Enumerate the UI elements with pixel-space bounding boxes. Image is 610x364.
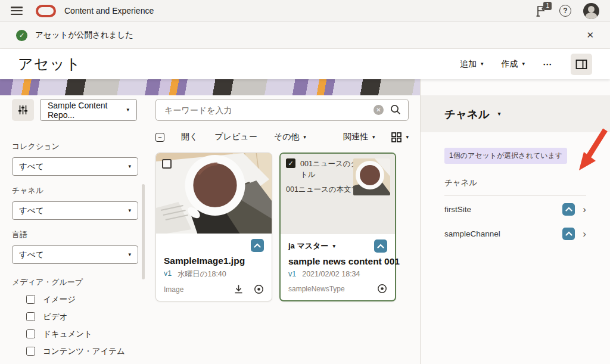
language-filter-label: 言語 [12,229,148,240]
published-icon[interactable] [374,239,387,253]
caret-down-icon: ▾ [303,135,306,140]
select-all-checkbox[interactable]: − [155,133,164,142]
search-input[interactable] [155,99,409,121]
asset-type: sampleNewsType [288,285,345,293]
avatar[interactable] [583,3,599,19]
asset-version: v1 [164,269,172,279]
preview-button[interactable]: プレビュー [214,132,257,142]
oracle-logo [36,5,56,17]
published-icon[interactable] [251,239,264,252]
add-button[interactable]: 追加 ▾ [460,59,484,70]
caret-down-icon: ▾ [126,107,129,113]
app-title: Content and Experience [64,6,154,15]
card-checkbox[interactable] [162,159,172,169]
caret-down-icon: ▾ [481,61,484,67]
filters-sidebar: Sample Content Repo... ▾ コレクション すべて ▾ チャ… [0,79,148,364]
repository-select[interactable]: Sample Content Repo... ▾ [40,99,137,121]
selection-count-badge: 1個のアセットが選択されています [444,148,567,164]
side-panel-toggle-button[interactable] [571,54,592,75]
toast-message: アセットが公開されました [35,30,133,41]
announcements-button[interactable]: 1 [534,4,547,17]
assets-main: ✕ − 開く プレビュー その他 ▾ 関連性 ▾ [148,79,420,364]
preview-eye-icon[interactable] [377,284,387,294]
asset-type: Image [164,285,183,294]
sliders-icon [18,105,28,115]
asset-card-sample-news[interactable]: ✓ 001ニュースのタイトル 001ニュースの本文です [279,153,396,301]
published-icon[interactable] [562,203,575,216]
create-button[interactable]: 作成 ▾ [501,59,525,70]
media-option-image[interactable]: イメージ [26,294,148,305]
sort-select[interactable]: 関連性 ▾ [343,132,375,142]
channel-row-firstsite[interactable]: firstSite › [444,197,586,221]
caret-down-icon: ▾ [522,61,525,67]
panel-header: チャネル ▾ [421,95,610,132]
content-area: Sample Content Repo... ▾ コレクション すべて ▾ チャ… [0,79,610,364]
page-title: アセット [18,54,81,74]
caret-down-icon: ▾ [128,252,131,257]
more-actions-button[interactable]: ⋯ [543,59,553,70]
asset-card-sampleimage1[interactable]: SampleImage1.jpg v1 水曜日の18:40 Image [155,153,272,301]
checkbox[interactable] [26,312,35,321]
language-select[interactable]: すべて ▾ [12,245,138,264]
success-check-icon: ✓ [16,30,27,41]
menu-icon[interactable] [11,7,23,15]
asset-version: v1 [288,270,296,278]
media-group-label: メディア・グループ [12,277,148,288]
caret-down-icon: ▾ [128,164,131,169]
asset-title: SampleImage1.jpg [164,256,264,266]
collection-select[interactable]: すべて ▾ [12,157,138,176]
media-option-video[interactable]: ビデオ [26,311,148,322]
app-window: Content and Experience 1 ? ✓ アセットが公開されまし… [0,0,610,364]
asset-date: 2021/02/02 18:34 [302,270,360,278]
channel-select[interactable]: すべて ▾ [12,201,138,220]
checkbox[interactable] [26,347,35,356]
sidebar-scrollbar[interactable] [142,184,145,279]
divider [444,195,586,196]
open-button[interactable]: 開く [181,132,198,142]
media-option-document[interactable]: ドキュメント [26,328,148,340]
chevron-right-icon[interactable]: › [583,204,586,214]
annotation-arrow [572,126,610,178]
view-mode-select[interactable]: ▾ [391,132,409,142]
grid-view-icon [391,132,402,142]
channel-filter-label: チャネル [12,185,148,196]
more-menu-button[interactable]: その他 ▾ [274,132,306,142]
content-item-preview: ✓ 001ニュースのタイトル 001ニュースの本文です [281,154,395,234]
asset-date: 水曜日の18:40 [178,269,226,279]
search-icon[interactable] [390,104,401,115]
preview-eye-icon[interactable] [254,284,264,294]
success-toast: ✓ アセットが公開されました ✕ [0,22,610,49]
channels-section-label: チャネル [444,178,586,188]
filter-toggle-button[interactable] [12,99,34,121]
clear-search-icon[interactable]: ✕ [374,105,384,115]
news-thumbnail-coffee [353,158,390,195]
help-icon: ? [563,7,567,15]
assets-toolbar: − 開く プレビュー その他 ▾ 関連性 ▾ [155,132,409,142]
chevron-right-icon[interactable]: › [583,229,586,239]
published-icon[interactable] [562,228,575,240]
channels-panel: チャネル ▾ 1個のアセットが選択されています チャネル firstSite › [420,79,610,364]
notification-badge: 1 [543,2,552,10]
toast-close-icon[interactable]: ✕ [586,30,594,41]
split-panel-icon [575,59,587,70]
channel-row-samplechannel[interactable]: sampleChannel › [444,222,586,245]
language-variant-select[interactable]: ja マスター ▾ [288,241,335,251]
help-button[interactable]: ? [559,5,571,17]
caret-down-icon: ▾ [406,135,409,140]
caret-down-icon: ▾ [128,208,131,213]
checkbox[interactable] [26,329,35,338]
panel-title: チャネル [444,107,490,122]
asset-title: sample news content 001 [288,256,387,267]
media-option-content-item[interactable]: コンテンツ・アイテム [26,346,148,357]
card-checkbox-checked[interactable]: ✓ [286,158,295,168]
caret-down-icon: ▾ [332,244,335,249]
caret-down-icon: ▾ [372,135,375,140]
checkbox[interactable] [26,295,35,304]
asset-thumbnail-coffee [156,153,272,234]
top-bar: Content and Experience 1 ? [0,0,610,22]
collection-label: コレクション [12,141,148,152]
page-header: アセット 追加 ▾ 作成 ▾ ⋯ [0,49,610,79]
caret-down-icon[interactable]: ▾ [498,111,501,117]
download-icon[interactable] [234,284,244,294]
